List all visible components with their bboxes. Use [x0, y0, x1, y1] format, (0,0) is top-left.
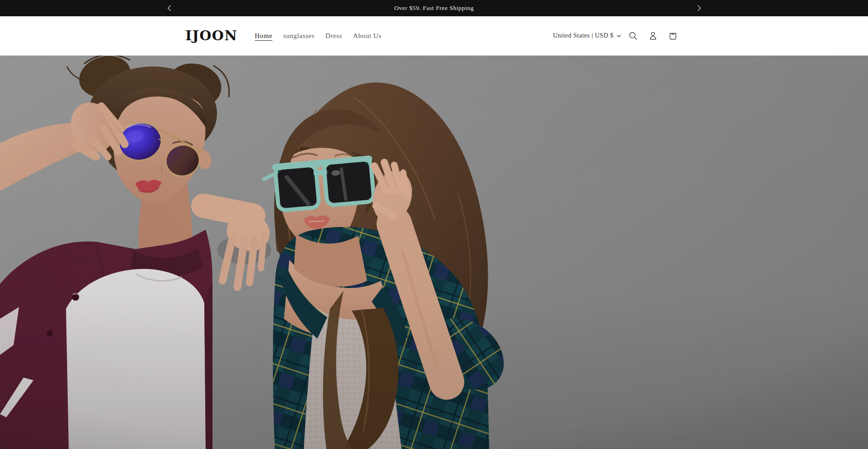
nav-item-home[interactable]: Home [249, 27, 278, 45]
search-icon [628, 31, 638, 41]
cart-icon [668, 31, 678, 41]
nav-item-sunglasses[interactable]: sunglasses [278, 27, 320, 45]
chevron-right-icon [697, 5, 701, 11]
hero-banner [0, 56, 868, 449]
announcement-bar: Over $59. Fast Free Shipping [0, 0, 868, 16]
store-logo[interactable]: IJOON [185, 29, 237, 43]
announcement-next-button[interactable] [691, 0, 707, 16]
country-currency-selector[interactable]: United States | USD $ [553, 32, 623, 39]
hero-dark-overlay [0, 56, 868, 449]
main-navigation: Home sunglasses Dress About Us [249, 27, 387, 45]
hero-image [0, 56, 868, 449]
account-button[interactable] [643, 26, 663, 46]
site-header: IJOON Home sunglasses Dress About Us Uni… [0, 16, 868, 56]
nav-item-about-us[interactable]: About Us [348, 27, 387, 45]
announcement-text: Over $59. Fast Free Shipping [394, 5, 474, 12]
chevron-left-icon [167, 5, 171, 11]
account-icon [648, 31, 658, 41]
announcement-prev-button[interactable] [161, 0, 177, 16]
nav-item-dress[interactable]: Dress [320, 27, 348, 45]
search-button[interactable] [623, 26, 643, 46]
locale-label: United States | USD $ [553, 32, 613, 39]
chevron-down-icon [617, 34, 621, 38]
cart-button[interactable] [663, 26, 683, 46]
